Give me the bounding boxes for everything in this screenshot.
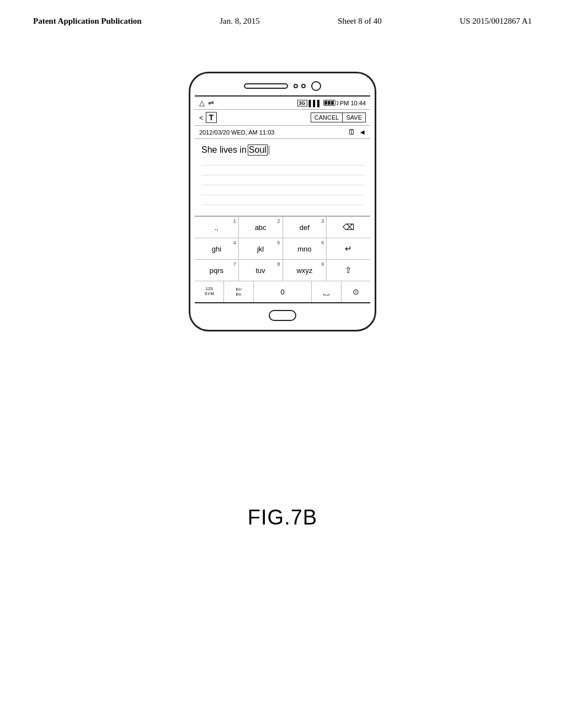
key-lang-label: Kr/En [236, 287, 241, 297]
key-lang[interactable]: Kr/En [224, 281, 253, 302]
key-def[interactable]: def 3 [283, 217, 327, 238]
key-mno[interactable]: mno 6 [283, 238, 327, 259]
empty-line-1 [201, 156, 364, 165]
page-header: Patent Application Publication Jan. 8, 2… [0, 0, 565, 31]
backspace-icon: ⌫ [343, 222, 354, 232]
key-wxyz-num: 9 [321, 261, 324, 267]
key-zero-label: 0 [280, 288, 284, 296]
kb-row-4: 123SYM Kr/En 0 ⎵ ⊙ [195, 281, 370, 302]
key-ghi-label: ghi [212, 245, 221, 253]
figure-caption: FIG.7B [0, 506, 565, 529]
sensor-dot-2 [301, 84, 306, 88]
key-abc-label: abc [255, 223, 266, 232]
speaker [244, 83, 288, 89]
key-sym[interactable]: 123SYM [195, 281, 224, 302]
kb-row-2: ghi 4 jkl 5 mno 6 ↵ [195, 238, 370, 260]
battery-body [323, 100, 335, 106]
triangle-icon: △ [199, 99, 205, 107]
key-space-label: ⎵ [323, 286, 329, 298]
enter-icon: ↵ [345, 244, 352, 254]
key-enter[interactable]: ↵ [327, 238, 370, 259]
app-bar-right: CANCEL SAVE [311, 113, 366, 122]
battery-icon [323, 100, 338, 106]
key-def-label: def [300, 223, 310, 232]
publication-label: Patent Application Publication [33, 17, 142, 26]
key-mno-label: mno [297, 245, 311, 253]
cancel-button[interactable]: CANCEL [311, 113, 343, 122]
font-button[interactable]: T [206, 112, 217, 123]
key-sym-label: 123SYM [204, 287, 214, 297]
key-shift[interactable]: ⇧ [327, 260, 370, 281]
key-def-num: 3 [321, 218, 324, 224]
sheet-label: Sheet 8 of 40 [338, 17, 382, 26]
time-display: PM 10:44 [340, 100, 366, 106]
text-cursor [269, 146, 270, 154]
sensor-area [294, 84, 306, 88]
key-pqrs-num: 7 [233, 261, 236, 267]
phone-top [190, 73, 375, 95]
empty-line-2 [201, 165, 364, 175]
kb-row-1: ., 1 abc 2 def 3 ⌫ [195, 217, 370, 238]
status-bar: △ ⇌ 3G ▌▌▌ PM 10:44 [195, 97, 370, 110]
key-zero[interactable]: 0 [254, 281, 312, 302]
text-line: She lives in Soul [201, 144, 364, 156]
status-right: 3G ▌▌▌ PM 10:44 [297, 100, 366, 106]
key-space[interactable]: ⎵ [312, 281, 341, 302]
key-ghi-num: 4 [233, 240, 236, 245]
phone-bottom [190, 303, 375, 330]
date-bar: 2012/03/20 WED, AM 11:03 🗓 ◄ [195, 126, 370, 139]
empty-line-4 [201, 185, 364, 195]
network-3g: 3G [297, 100, 307, 106]
key-pqrs-label: pqrs [210, 266, 223, 275]
key-jkl-num: 5 [277, 240, 280, 245]
play-icon[interactable]: ◄ [359, 128, 366, 136]
key-pqrs[interactable]: pqrs 7 [195, 260, 239, 281]
volume-button[interactable] [189, 162, 190, 181]
screen: △ ⇌ 3G ▌▌▌ PM 10:44 [195, 95, 370, 303]
camera-icon: ⊙ [353, 287, 359, 296]
text-content-area: She lives in Soul — 707 [195, 139, 370, 216]
date-label: Jan. 8, 2015 [220, 17, 260, 26]
key-punctuation[interactable]: ., 1 [195, 217, 239, 238]
phone: △ ⇌ 3G ▌▌▌ PM 10:44 [189, 72, 376, 331]
date-text: 2012/03/20 WED, AM 11:03 [199, 129, 345, 136]
key-abc[interactable]: abc 2 [239, 217, 283, 238]
key-mno-num: 6 [321, 240, 324, 245]
back-button[interactable]: < [199, 114, 204, 122]
status-left: △ ⇌ [199, 99, 214, 107]
key-wxyz[interactable]: wxyz 9 [283, 260, 327, 281]
save-button[interactable]: SAVE [342, 113, 366, 122]
calendar-icon[interactable]: 🗓 [348, 128, 355, 136]
app-bar-left: < T [199, 112, 217, 123]
key-tuv[interactable]: tuv 8 [239, 260, 283, 281]
sync-icon: ⇌ [208, 99, 214, 107]
sensor-dot-1 [294, 84, 298, 88]
text-she-lives-in: She lives in [201, 145, 247, 155]
battery-tip [337, 101, 338, 105]
key-camera[interactable]: ⊙ [342, 281, 370, 302]
signal-bars-icon: ▌▌▌ [309, 100, 322, 106]
battery-fill2 [328, 101, 331, 105]
keyboard: ., 1 abc 2 def 3 ⌫ [195, 216, 370, 302]
key-jkl-label: jkl [257, 245, 264, 253]
key-tuv-label: tuv [255, 266, 265, 275]
home-button[interactable] [269, 310, 296, 321]
battery-fill [324, 101, 327, 105]
battery-fill3 [331, 101, 334, 105]
shift-icon: ⇧ [345, 265, 352, 275]
key-abc-num: 2 [277, 218, 280, 224]
key-wxyz-label: wxyz [296, 266, 312, 275]
kb-row-3: pqrs 7 tuv 8 wxyz 9 ⇧ [195, 260, 370, 281]
key-punctuation-num: 1 [233, 218, 236, 224]
key-jkl[interactable]: jkl 5 [239, 238, 283, 259]
empty-line-3 [201, 175, 364, 185]
key-punctuation-label: ., [215, 223, 218, 232]
text-highlight-soul: Soul [248, 144, 268, 156]
key-tuv-num: 8 [277, 261, 280, 267]
patent-number: US 2015/0012867 A1 [460, 17, 532, 26]
empty-line-5 [201, 195, 364, 205]
key-ghi[interactable]: ghi 4 [195, 238, 239, 259]
phone-wrapper: △ ⇌ 3G ▌▌▌ PM 10:44 [189, 72, 376, 331]
key-backspace[interactable]: ⌫ [327, 217, 370, 238]
power-button[interactable] [375, 159, 376, 189]
